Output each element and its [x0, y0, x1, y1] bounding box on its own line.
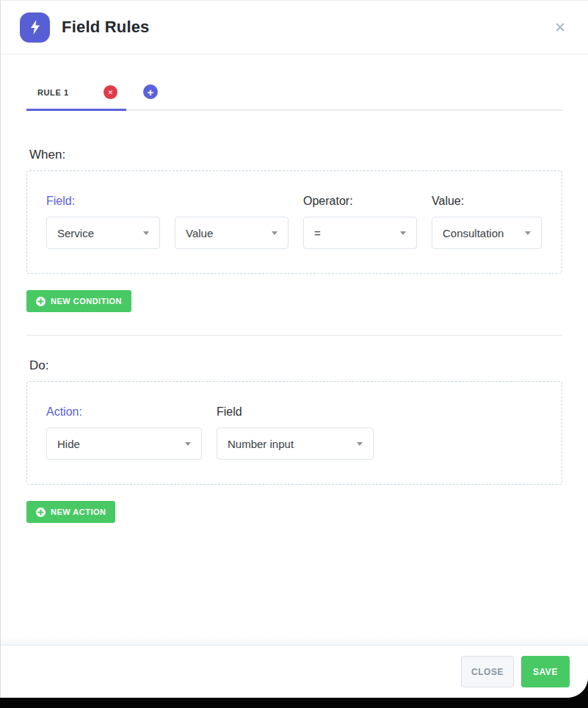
chevron-down-icon — [185, 442, 191, 446]
field-select-value: Service — [57, 227, 94, 239]
add-rule-button[interactable]: + — [143, 84, 158, 99]
chevron-down-icon — [400, 231, 406, 235]
do-field-select-value: Number input — [228, 438, 294, 450]
new-action-label: NEW ACTION — [51, 507, 106, 516]
modal-footer: CLOSE SAVE — [1, 645, 588, 698]
new-condition-label: NEW CONDITION — [51, 297, 122, 306]
modal-body: RULE 1 ✕ + When: Field: Operator: Value:… — [1, 54, 588, 636]
when-condition-panel: Field: Operator: Value: Service Value = … — [26, 170, 562, 274]
new-action-button[interactable]: NEW ACTION — [26, 501, 115, 523]
new-condition-button[interactable]: NEW CONDITION — [26, 290, 131, 312]
value-type-select-value: Value — [186, 227, 213, 239]
lightning-bolt-glyph — [29, 20, 41, 35]
operator-select[interactable]: = — [303, 217, 417, 249]
value-select-value: Consultation — [443, 227, 504, 239]
field-rules-modal: Field Rules ✕ RULE 1 ✕ + When: Field: Op… — [0, 0, 588, 698]
chevron-down-icon — [143, 231, 149, 235]
value-select[interactable]: Consultation — [432, 217, 542, 249]
value-label: Value: — [432, 195, 542, 208]
action-label: Action: — [46, 405, 202, 419]
tab-rule-1[interactable]: RULE 1 ✕ — [26, 81, 126, 111]
do-action-panel: Action: Field Hide Number input — [26, 381, 562, 485]
remove-rule-icon[interactable]: ✕ — [104, 85, 117, 99]
section-divider — [26, 335, 562, 336]
operator-select-value: = — [314, 227, 321, 239]
footer-fade — [1, 636, 588, 645]
tab-rule-1-label: RULE 1 — [37, 88, 69, 97]
when-heading: When: — [26, 148, 562, 162]
field-label: Field: — [46, 195, 160, 208]
save-button[interactable]: SAVE — [521, 656, 570, 687]
chevron-down-icon — [525, 231, 531, 235]
plus-circle-icon — [36, 507, 46, 517]
operator-label: Operator: — [303, 195, 417, 208]
do-heading: Do: — [26, 358, 562, 373]
value-type-select[interactable]: Value — [175, 217, 288, 249]
field-select[interactable]: Service — [46, 217, 160, 249]
chevron-down-icon — [272, 231, 277, 235]
lightning-bolt-icon — [20, 12, 50, 43]
modal-header: Field Rules ✕ — [1, 1, 588, 54]
plus-circle-icon — [36, 297, 46, 306]
close-button[interactable]: CLOSE — [461, 656, 514, 687]
chevron-down-icon — [357, 442, 363, 446]
action-select[interactable]: Hide — [46, 427, 202, 460]
rules-tabbar: RULE 1 ✕ + — [26, 81, 562, 111]
modal-title: Field Rules — [62, 18, 150, 37]
do-field-label: Field — [217, 405, 374, 419]
close-icon[interactable]: ✕ — [551, 18, 569, 37]
action-select-value: Hide — [57, 438, 80, 450]
do-field-select[interactable]: Number input — [217, 427, 374, 460]
